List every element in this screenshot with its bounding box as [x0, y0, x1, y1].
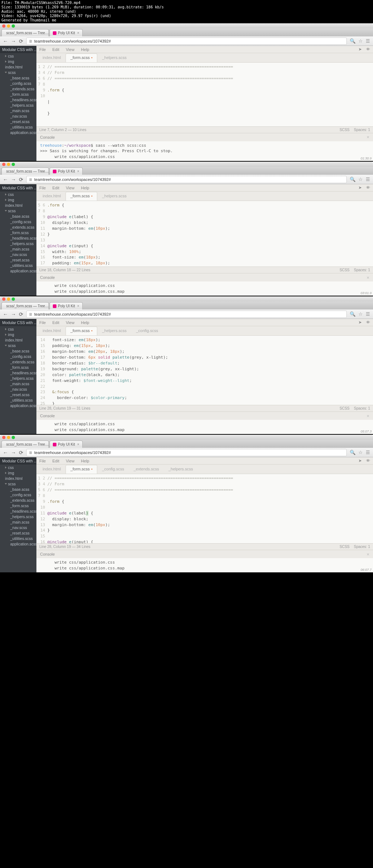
cursor-icon[interactable]: ➤	[358, 458, 362, 463]
file-item[interactable]: _main.scss	[0, 381, 36, 386]
file-item[interactable]: _reset.scss	[0, 119, 36, 124]
file-item[interactable]: _utilities.scss	[0, 263, 36, 268]
zoom-dot-icon[interactable]	[12, 24, 15, 28]
file-item[interactable]: _helpers.scss	[0, 514, 36, 519]
file-item[interactable]: application.scss	[0, 403, 36, 408]
code-area[interactable]: 1 2 3 4 5 6 7 8 9 10 // ================…	[36, 63, 373, 126]
folder-item[interactable]: scss	[0, 70, 36, 75]
cursor-icon[interactable]: ➤	[358, 185, 362, 190]
minimize-dot-icon[interactable]	[7, 163, 10, 166]
code-content[interactable]: // =====================================…	[47, 474, 373, 543]
file-item[interactable]: application.scss	[0, 541, 36, 547]
eye-icon[interactable]: 👁	[366, 458, 370, 463]
file-item[interactable]: _helpers.scss	[0, 102, 36, 108]
close-tab-icon[interactable]: ×	[77, 304, 79, 308]
menu-file[interactable]: File	[39, 459, 46, 463]
menu-icon[interactable]: ☰	[366, 311, 370, 317]
file-tab[interactable]: index.html	[38, 54, 66, 62]
indent-mode[interactable]: Spaces: 1	[354, 545, 370, 549]
close-dot-icon[interactable]	[2, 436, 5, 439]
minimize-dot-icon[interactable]	[7, 24, 10, 28]
url-field[interactable]: 🗎 teamtreehouse.com/workspaces/1074392#	[26, 449, 347, 456]
file-item[interactable]: _helpers.scss	[0, 375, 36, 381]
file-item[interactable]: _extends.scss	[0, 359, 36, 364]
menu-view[interactable]: View	[66, 47, 75, 52]
browser-tab[interactable]: Poly UI Kit×	[50, 441, 83, 448]
forward-button[interactable]: →	[11, 311, 16, 317]
menu-edit[interactable]: Edit	[52, 186, 59, 190]
code-content[interactable]: // =====================================…	[47, 63, 373, 126]
file-item[interactable]: _helpers.scss	[0, 241, 36, 246]
search-icon[interactable]: 🔍	[350, 311, 356, 317]
code-area[interactable]: 1 2 3 4 5 6 7 8 9 10 11 12 13 14 15 16 1…	[36, 474, 373, 543]
file-item[interactable]: _reset.scss	[0, 392, 36, 397]
file-tab[interactable]: _extends.scss	[129, 465, 164, 474]
browser-tab[interactable]: Poly UI Kit×	[50, 302, 83, 309]
menu-icon[interactable]: ☰	[366, 450, 370, 455]
cursor-icon[interactable]: ➤	[358, 320, 362, 325]
console-output[interactable]: treehouse:~/workspace$ sass --watch scss…	[36, 141, 373, 161]
browser-tab[interactable]: scss/_form.scss — Tree…×	[1, 29, 49, 36]
folder-item[interactable]: css	[0, 465, 36, 470]
indent-mode[interactable]: Spaces: 1	[354, 128, 370, 132]
file-item[interactable]: _config.scss	[0, 219, 36, 224]
console-close-icon[interactable]: ×	[366, 134, 369, 140]
console-close-icon[interactable]: ×	[366, 275, 369, 280]
file-item[interactable]: _base.scss	[0, 486, 36, 492]
file-tab[interactable]: _helpers.scss	[97, 192, 131, 201]
eye-icon[interactable]: 👁	[366, 320, 370, 325]
console-output[interactable]: write css/application.css write css/appl…	[36, 558, 373, 572]
folder-item[interactable]: scss	[0, 208, 36, 213]
language-mode[interactable]: SCSS	[339, 268, 349, 272]
folder-item[interactable]: img	[0, 197, 36, 202]
back-button[interactable]: ←	[3, 38, 8, 44]
close-tab-icon[interactable]: ×	[77, 442, 79, 446]
file-item[interactable]: _reset.scss	[0, 257, 36, 263]
code-area[interactable]: 14 15 16 17 18 19 20 21 22 23 24 25 26 2…	[36, 336, 373, 405]
file-item[interactable]: _form.scss	[0, 503, 36, 508]
code-content[interactable]: .form { @include e(label) { display: blo…	[47, 201, 373, 267]
file-item[interactable]: _main.scss	[0, 108, 36, 113]
menu-file[interactable]: File	[39, 186, 46, 190]
url-field[interactable]: 🗎 teamtreehouse.com/workspaces/1074392#	[26, 38, 347, 45]
zoom-dot-icon[interactable]	[12, 297, 15, 301]
reload-button[interactable]: ⟳	[19, 38, 23, 44]
folder-item[interactable]: css	[0, 326, 36, 332]
file-item[interactable]: _nav.scss	[0, 386, 36, 392]
search-icon[interactable]: 🔍	[350, 177, 356, 182]
menu-help[interactable]: Help	[81, 186, 89, 190]
reload-button[interactable]: ⟳	[19, 450, 23, 455]
file-item[interactable]: index.html	[0, 476, 36, 481]
menu-edit[interactable]: Edit	[52, 320, 59, 325]
url-field[interactable]: 🗎 teamtreehouse.com/workspaces/1074392#	[26, 311, 347, 318]
file-item[interactable]: _utilities.scss	[0, 124, 36, 130]
folder-item[interactable]: img	[0, 59, 36, 64]
file-item[interactable]: _form.scss	[0, 364, 36, 370]
language-mode[interactable]: SCSS	[339, 128, 349, 132]
file-item[interactable]: _main.scss	[0, 519, 36, 525]
file-item[interactable]: _base.scss	[0, 75, 36, 80]
star-icon[interactable]: ☆	[358, 450, 363, 455]
close-tab-icon[interactable]: ×	[77, 169, 79, 173]
file-item[interactable]: _base.scss	[0, 213, 36, 219]
file-item[interactable]: _headlines.scss	[0, 508, 36, 514]
file-item[interactable]: _nav.scss	[0, 113, 36, 119]
close-dot-icon[interactable]	[2, 297, 5, 301]
folder-item[interactable]: css	[0, 192, 36, 197]
close-dot-icon[interactable]	[2, 163, 5, 166]
file-tab[interactable]: _config.scss	[97, 465, 129, 474]
folder-item[interactable]: img	[0, 332, 36, 337]
file-item[interactable]: _extends.scss	[0, 224, 36, 230]
file-tab[interactable]: _form.scss•	[66, 192, 97, 201]
menu-help[interactable]: Help	[81, 47, 89, 52]
file-tab[interactable]: index.html	[38, 327, 66, 335]
file-tab[interactable]: _form.scss•	[66, 327, 97, 335]
menu-help[interactable]: Help	[81, 459, 89, 463]
file-item[interactable]: _reset.scss	[0, 530, 36, 536]
file-item[interactable]: _form.scss	[0, 230, 36, 235]
forward-button[interactable]: →	[11, 177, 16, 182]
menu-icon[interactable]: ☰	[366, 38, 370, 44]
browser-tab[interactable]: Poly UI Kit×	[50, 167, 83, 175]
menu-file[interactable]: File	[39, 47, 46, 52]
file-item[interactable]: index.html	[0, 202, 36, 208]
